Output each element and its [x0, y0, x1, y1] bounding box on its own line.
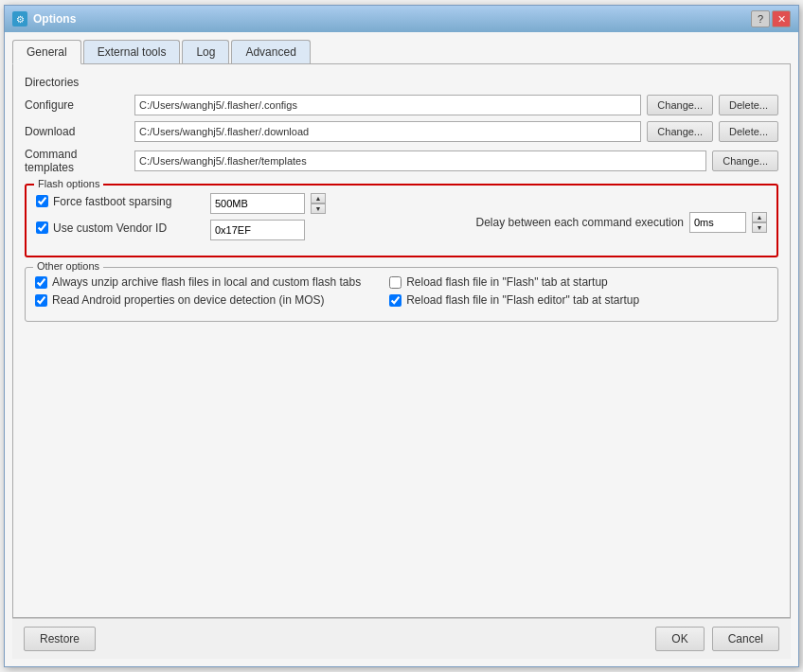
tab-advanced[interactable]: Advanced	[231, 40, 310, 63]
force-fastboot-label: Force fastboot sparsing	[53, 195, 205, 208]
reload-flash-startup-row: Reload flash file in "Flash" tab at star…	[389, 275, 768, 289]
options-window: ⚙ Options ? ✕ General External tools Log…	[4, 5, 799, 667]
ok-button[interactable]: OK	[655, 627, 704, 651]
vendor-id-label: Use custom Vendor ID	[53, 221, 205, 235]
reload-flash-editor-row: Reload flash file in "Flash editor" tab …	[389, 293, 768, 307]
download-label: Download	[25, 125, 129, 138]
cancel-button[interactable]: Cancel	[712, 627, 779, 651]
reload-flash-startup-checkbox[interactable]	[389, 276, 402, 289]
delay-value[interactable]	[689, 212, 746, 233]
help-button[interactable]: ?	[751, 10, 770, 27]
force-fastboot-value[interactable]	[210, 193, 305, 214]
flash-options-layout: Force fastboot sparsing ▲ ▼	[36, 193, 767, 246]
configure-delete-button[interactable]: Delete...	[719, 95, 778, 115]
delay-label: Delay between each command execution	[476, 216, 684, 229]
tab-content-general: Directories Configure Change... Delete..…	[12, 64, 791, 618]
configure-row: Configure Change... Delete...	[25, 95, 778, 115]
command-templates-path[interactable]	[134, 150, 706, 171]
bottom-bar: Restore OK Cancel	[12, 618, 791, 659]
read-android-row: Read Android properties on device detect…	[35, 293, 361, 307]
restore-button[interactable]: Restore	[24, 627, 96, 651]
vendor-id-value[interactable]	[210, 220, 305, 240]
flash-options-group: Flash options Force fastboot sparsing ▲	[25, 184, 778, 257]
download-row: Download Change... Delete...	[25, 121, 778, 142]
other-left: Always unzip archive flash files in loca…	[35, 275, 361, 311]
vendor-id-checkbox-row: Use custom Vendor ID	[36, 221, 205, 235]
reload-flash-editor-checkbox[interactable]	[389, 294, 402, 307]
flash-right: Delay between each command execution ▲ ▼	[345, 193, 767, 246]
window-title: Options	[33, 12, 76, 26]
other-options-title: Other options	[33, 260, 103, 272]
command-templates-change-button[interactable]: Change...	[712, 150, 778, 171]
window-icon: ⚙	[12, 11, 27, 27]
fastboot-spin-down[interactable]: ▼	[311, 203, 326, 214]
other-options-layout: Always unzip archive flash files in loca…	[35, 275, 768, 311]
read-android-label: Read Android properties on device detect…	[52, 293, 325, 307]
other-options-group: Other options Always unzip archive flash…	[25, 267, 778, 322]
directories-title: Directories	[25, 76, 778, 89]
flash-left: Force fastboot sparsing ▲ ▼	[36, 193, 326, 246]
always-unzip-row: Always unzip archive flash files in loca…	[35, 275, 361, 289]
tab-general[interactable]: General	[12, 40, 81, 64]
close-button[interactable]: ✕	[772, 10, 791, 27]
always-unzip-label: Always unzip archive flash files in loca…	[52, 275, 361, 289]
title-bar: ⚙ Options ? ✕	[5, 6, 798, 32]
delay-spin-up[interactable]: ▲	[752, 212, 767, 222]
configure-path[interactable]	[134, 95, 641, 115]
read-android-checkbox[interactable]	[35, 294, 47, 307]
force-fastboot-row: Force fastboot sparsing ▲ ▼	[36, 193, 326, 214]
other-right: Reload flash file in "Flash" tab at star…	[380, 275, 768, 311]
vendor-id-checkbox[interactable]	[36, 221, 48, 234]
download-path[interactable]	[134, 121, 641, 142]
delay-spin-down[interactable]: ▼	[752, 222, 767, 233]
directories-section: Directories Configure Change... Delete..…	[25, 76, 778, 174]
title-bar-buttons: ? ✕	[751, 10, 791, 27]
tab-external-tools[interactable]: External tools	[83, 40, 181, 63]
tab-log[interactable]: Log	[182, 40, 229, 63]
force-fastboot-spinner: ▲ ▼	[311, 193, 326, 214]
bottom-right-buttons: OK Cancel	[655, 627, 779, 651]
reload-flash-startup-label: Reload flash file in "Flash" tab at star…	[406, 275, 608, 289]
force-fastboot-checkbox-row: Force fastboot sparsing	[36, 195, 205, 208]
tabs: General External tools Log Advanced	[12, 40, 791, 64]
window-content: General External tools Log Advanced Dire…	[5, 32, 798, 666]
command-templates-row: Command templates Change...	[25, 148, 778, 174]
title-bar-left: ⚙ Options	[12, 11, 76, 27]
configure-label: Configure	[25, 98, 129, 112]
download-delete-button[interactable]: Delete...	[719, 121, 778, 142]
vendor-id-row: Use custom Vendor ID	[36, 220, 326, 240]
reload-flash-editor-label: Reload flash file in "Flash editor" tab …	[406, 293, 639, 307]
always-unzip-checkbox[interactable]	[35, 276, 47, 289]
command-templates-label: Command templates	[25, 148, 129, 174]
fastboot-spin-up[interactable]: ▲	[311, 193, 326, 203]
force-fastboot-checkbox[interactable]	[36, 195, 48, 207]
delay-spinner: ▲ ▼	[752, 212, 767, 233]
download-change-button[interactable]: Change...	[647, 121, 713, 142]
flash-options-title: Flash options	[34, 178, 103, 189]
configure-change-button[interactable]: Change...	[647, 95, 713, 115]
